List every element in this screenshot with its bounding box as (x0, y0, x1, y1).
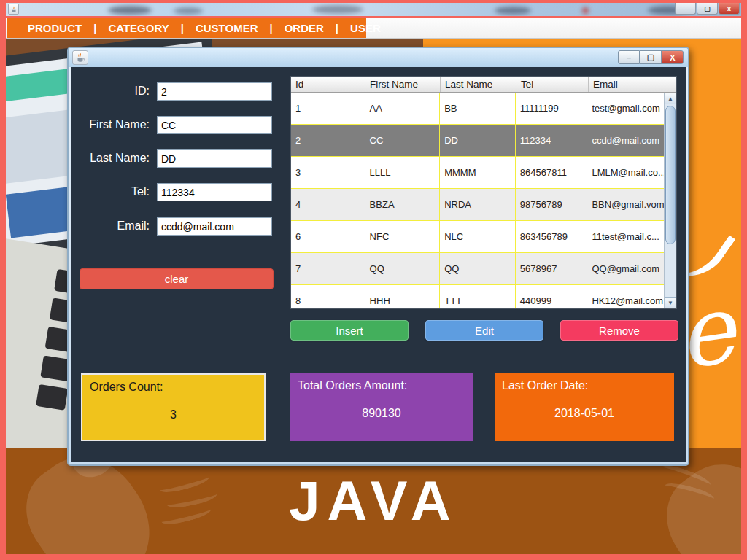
id-label: ID: (69, 85, 150, 98)
java-cup-glyph (75, 52, 85, 63)
table-cell: 11111199 (516, 93, 588, 125)
table-cell: ccdd@mail.com (587, 125, 664, 157)
scroll-down-icon[interactable]: ▼ (665, 297, 676, 308)
table-cell: NRDA (440, 189, 516, 221)
field-row-last-name: Last Name: (71, 149, 282, 168)
table-cell: LMLM@mail.co... (587, 157, 664, 189)
maximize-button[interactable]: ▢ (640, 50, 662, 64)
table-cell: BBN@gmail.vom (587, 189, 664, 221)
photo-blur-blob (495, 7, 531, 15)
menu-separator: | (260, 22, 281, 34)
column-header-tel[interactable]: Tel (516, 77, 589, 92)
orders-count-value: 3 (82, 408, 264, 421)
email-label: Email: (69, 219, 150, 233)
table-row[interactable]: 4BBZANRDA98756789BBN@gmail.vom (291, 189, 664, 221)
menu-item-order[interactable]: ORDER (282, 22, 327, 34)
table-header: Id First Name Last Name Tel Email (291, 77, 676, 93)
remove-button[interactable]: Remove (560, 320, 678, 341)
table-cell: 440999 (516, 285, 588, 309)
field-row-tel: Tel: (71, 183, 282, 201)
last-order-date-label: Last Order Date: (502, 379, 667, 392)
clear-button[interactable]: clear (80, 268, 274, 289)
menu-bar: PRODUCT | CATEGORY | CUSTOMER | ORDER | … (6, 18, 741, 39)
scroll-up-icon[interactable]: ▲ (665, 93, 676, 104)
table-cell: test@gmail.com (587, 93, 664, 125)
photo-blur-blob (108, 6, 152, 15)
outer-maximize-button[interactable]: ▢ (697, 3, 718, 15)
table-cell: 863456789 (516, 221, 588, 253)
email-field[interactable] (157, 217, 272, 236)
menu-separator: | (327, 22, 347, 34)
app-java-icon (8, 4, 19, 15)
table-cell: BB (440, 93, 516, 125)
last-name-field[interactable] (157, 149, 272, 168)
first-name-field[interactable] (157, 116, 272, 134)
photo-blur-blob (582, 7, 589, 14)
menu-item-product[interactable]: PRODUCT (25, 22, 85, 34)
id-field[interactable] (157, 82, 272, 101)
table-row[interactable]: 8HHHTTT440999HK12@mail.com (291, 285, 664, 309)
close-button[interactable]: X (662, 50, 684, 64)
stat-panel: Orders Count: 3 (81, 373, 266, 441)
column-header-email[interactable]: Email (589, 77, 665, 92)
scrollbar-thumb[interactable] (665, 106, 676, 244)
field-row-id: ID: (71, 82, 282, 101)
java-cup-glyph (10, 6, 18, 13)
table-cell: HK12@mail.com (587, 285, 664, 309)
menu-item-category[interactable]: CATEGORY (105, 22, 171, 34)
outer-window-controls: – ▢ x (675, 3, 740, 15)
outer-close-button[interactable]: x (719, 3, 740, 15)
stat-panel: Last Order Date: 2018-05-01 (495, 373, 674, 441)
window-titlebar[interactable]: – ▢ X (69, 48, 688, 67)
table-cell: TTT (440, 285, 516, 309)
table-cell: 11test@mail.c... (587, 221, 664, 253)
outer-minimize-button[interactable]: – (675, 3, 696, 15)
table-row[interactable]: 3LLLLMMMM864567811LMLM@mail.co... (291, 157, 664, 189)
menu-separator: | (172, 22, 193, 34)
application-window: – ▢ x PRODUCT | CATEGORY | CUSTOMER | OR… (0, 0, 747, 560)
tel-field[interactable] (157, 183, 272, 201)
orders-count-label: Orders Count: (90, 381, 257, 394)
menu-block: PRODUCT | CATEGORY | CUSTOMER | ORDER | … (7, 18, 366, 38)
table-cell: QQ (365, 253, 441, 285)
customers-table: Id First Name Last Name Tel Email 1AABB1… (290, 76, 677, 309)
table-cell: 3 (291, 157, 365, 189)
table-cell: MMMM (440, 157, 516, 189)
menu-item-customer[interactable]: CUSTOMER (193, 22, 261, 34)
column-header-last-name[interactable]: Last Name (441, 77, 516, 92)
total-orders-amount-value: 890130 (290, 407, 473, 420)
window-content: ID: First Name: Last Name: Tel: Email: c… (71, 67, 686, 462)
table-cell: 5678967 (516, 253, 588, 285)
brand-text: JAVA (6, 469, 741, 532)
minimize-button[interactable]: – (618, 50, 640, 64)
table-row[interactable]: 7QQQQ5678967QQ@gmail.com (291, 253, 664, 285)
table-row[interactable]: 6NFCNLC86345678911test@mail.c... (291, 221, 664, 253)
table-row[interactable]: 2CCDD112334ccdd@mail.com (291, 125, 664, 157)
edit-button[interactable]: Edit (425, 320, 543, 341)
table-cell: QQ (440, 253, 516, 285)
menu-separator: | (85, 22, 105, 34)
window-java-icon[interactable] (72, 50, 88, 65)
table-body: 1AABB11111199test@gmail.com2CCDD112334cc… (291, 93, 664, 308)
column-header-first-name[interactable]: First Name (365, 77, 441, 92)
last-order-date-value: 2018-05-01 (495, 407, 674, 420)
table-cell: AA (365, 93, 441, 125)
table-cell: DD (440, 125, 516, 157)
insert-button[interactable]: Insert (290, 320, 409, 341)
table-cell: CC (365, 125, 441, 157)
table-cell: 8 (291, 285, 365, 309)
table-cell: 4 (291, 189, 365, 221)
column-header-id[interactable]: Id (291, 77, 365, 92)
menu-item-user[interactable]: USER (347, 22, 384, 34)
field-row-email: Email: (71, 217, 282, 236)
table-cell: 98756789 (516, 189, 588, 221)
table-cell: QQ@gmail.com (587, 253, 664, 285)
table-cell: 112334 (516, 125, 588, 157)
table-cell: HHH (365, 285, 441, 309)
table-row[interactable]: 1AABB11111199test@gmail.com (291, 93, 664, 125)
total-orders-amount-label: Total Orders Amount: (298, 379, 465, 392)
vertical-scrollbar[interactable]: ▲ ▼ (664, 93, 676, 308)
photo-blur-blob (174, 7, 203, 15)
table-cell: 2 (291, 125, 365, 157)
window-controls: – ▢ X (618, 50, 684, 64)
